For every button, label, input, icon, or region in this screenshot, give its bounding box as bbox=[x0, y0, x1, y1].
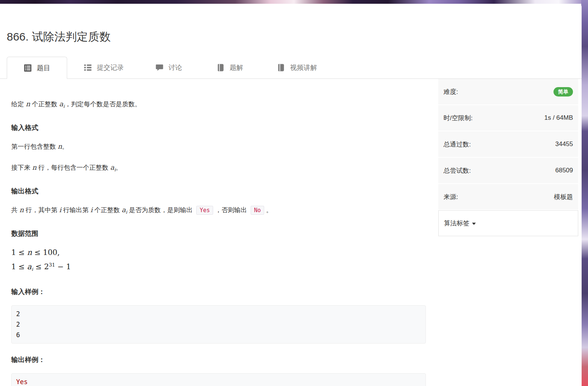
text-run: 个正整数 bbox=[30, 101, 59, 108]
math-text: ≤ 100, bbox=[32, 248, 60, 257]
list-alt-icon bbox=[24, 64, 32, 72]
seg-text: ≤ 2 bbox=[33, 262, 49, 271]
list-icon bbox=[84, 63, 92, 72]
text-run: ，判定每个数是否是质数。 bbox=[65, 101, 141, 108]
sidebar-rows: 难度:简单时/空限制:1s / 64MB总通过数:34455总尝试数:68509… bbox=[438, 79, 578, 210]
tab-submissions[interactable]: 提交记录 bbox=[84, 57, 124, 78]
section-heading: 输入样例： bbox=[11, 287, 426, 297]
seg-text: n bbox=[58, 142, 62, 150]
seg-text: a bbox=[27, 262, 32, 271]
seg-text: 行，其中第 bbox=[24, 207, 59, 214]
algorithm-tags-toggle[interactable]: 算法标签 bbox=[438, 210, 578, 236]
problem-card: 866. 试除法判定质数 题目提交记录讨论题解视频讲解 给定 n 个正整数 ai… bbox=[0, 4, 582, 386]
section-heading: 输出样例： bbox=[11, 355, 426, 365]
sidebar: 难度:简单时/空限制:1s / 64MB总通过数:34455总尝试数:68509… bbox=[438, 79, 578, 236]
seg-text: 。 bbox=[266, 207, 272, 214]
seg-text: ，否则输出 bbox=[215, 207, 249, 214]
problem-body: 给定 n 个正整数 ai，判定每个数是否是质数。输入格式第一行包含整数 n。接下… bbox=[11, 99, 426, 386]
seg-text: − 1 bbox=[55, 262, 71, 271]
text-run: 个正整数 bbox=[93, 207, 122, 214]
seg-text: 行，每行包含一个正整数 bbox=[36, 164, 110, 171]
math-text: 1 ≤ bbox=[11, 248, 27, 257]
section-heading: 数据范围 bbox=[11, 229, 426, 238]
algorithm-tags-label: 算法标签 bbox=[444, 219, 469, 228]
seg-text: a bbox=[59, 100, 63, 108]
math-text: ≤ 2 bbox=[33, 262, 49, 271]
math-line: 1 ≤ ai ≤ 231 − 1 bbox=[11, 259, 426, 276]
row-label: 难度: bbox=[444, 87, 458, 96]
seg-text: Yes bbox=[200, 207, 210, 214]
tab-solutions[interactable]: 题解 bbox=[217, 57, 243, 78]
problem-paragraph: 接下来 n 行，每行包含一个正整数 ai。 bbox=[11, 162, 426, 175]
seg-text: n bbox=[27, 248, 32, 257]
seg-text: 接下来 bbox=[11, 164, 32, 171]
math-variable: n bbox=[20, 206, 24, 214]
seg-text: a bbox=[110, 163, 114, 171]
text-run: ，否则输出 bbox=[215, 207, 249, 214]
seg-text: 。 bbox=[116, 164, 122, 171]
background-wallpaper-right bbox=[581, 0, 588, 386]
sidebar-row-source: 来源:模板题 bbox=[438, 184, 578, 210]
row-label: 总尝试数: bbox=[444, 166, 471, 175]
section-heading: 输入格式 bbox=[11, 123, 426, 133]
tab-video[interactable]: 视频讲解 bbox=[277, 57, 317, 78]
row-value: 1s / 64MB bbox=[544, 114, 573, 122]
text-run: 。 bbox=[266, 207, 272, 214]
math-line: 1 ≤ n ≤ 100, bbox=[11, 246, 426, 259]
seg-text: ，判定每个数是否是质数。 bbox=[65, 101, 141, 108]
row-label: 时/空限制: bbox=[444, 114, 472, 122]
row-value: 34455 bbox=[555, 140, 573, 148]
problem-paragraph: 给定 n 个正整数 ai，判定每个数是否是质数。 bbox=[11, 99, 426, 112]
seg-text: 1 ≤ bbox=[11, 248, 27, 257]
seg-text: 。 bbox=[62, 143, 68, 150]
seg-text: 给定 bbox=[11, 101, 26, 108]
math-variable: ai bbox=[27, 262, 33, 271]
seg-text: a bbox=[122, 206, 126, 214]
math-variable: n bbox=[26, 100, 30, 108]
text-run: 行输出第 bbox=[62, 207, 90, 214]
code-line: Yes bbox=[16, 377, 421, 386]
text-run: 接下来 bbox=[11, 164, 32, 171]
math-variable: n bbox=[27, 248, 32, 257]
book-icon bbox=[277, 63, 285, 72]
background-wallpaper-top bbox=[0, 0, 588, 4]
math-variable: n bbox=[58, 142, 62, 150]
caret-down-icon bbox=[472, 223, 476, 225]
seg-text: 行输出第 bbox=[62, 207, 90, 214]
text-run: 是否为质数，是则输出 bbox=[127, 207, 194, 214]
inline-code: No bbox=[251, 206, 264, 215]
text-run: 行，每行包含一个正整数 bbox=[36, 164, 110, 171]
inline-code: Yes bbox=[196, 206, 213, 215]
seg-text: 1 ≤ bbox=[11, 262, 27, 271]
problem-paragraph: 共 n 行，其中第 i 行输出第 i 个正整数 ai 是否为质数，是则输出 Ye… bbox=[11, 205, 426, 217]
code-line: 6 bbox=[16, 330, 421, 340]
seg-text: No bbox=[254, 207, 261, 214]
seg-text: 共 bbox=[11, 207, 20, 214]
tab-label: 视频讲解 bbox=[290, 63, 317, 72]
text-run: 第一行包含整数 bbox=[11, 143, 58, 150]
seg-text: n bbox=[20, 206, 24, 214]
tab-problem[interactable]: 题目 bbox=[7, 57, 67, 79]
tab-label: 提交记录 bbox=[97, 63, 124, 72]
text-run: 共 bbox=[11, 207, 20, 214]
text-run: 给定 bbox=[11, 101, 26, 108]
seg-text: ≤ 100, bbox=[32, 248, 60, 257]
seg-text: 第一行包含整数 bbox=[11, 143, 58, 150]
seg-text: n bbox=[32, 163, 37, 171]
page-title: 866. 试除法判定质数 bbox=[7, 29, 111, 45]
tab-discussion[interactable]: 讨论 bbox=[155, 57, 182, 78]
sidebar-row-limits: 时/空限制:1s / 64MB bbox=[438, 105, 578, 131]
sidebar-row-attempts: 总尝试数:68509 bbox=[438, 158, 578, 183]
comment-icon bbox=[155, 63, 164, 72]
sample-code-block: YesNo bbox=[11, 373, 426, 386]
sidebar-row-difficulty: 难度:简单 bbox=[438, 79, 578, 104]
seg-text: 31 bbox=[49, 262, 55, 268]
math-block: 1 ≤ n ≤ 100,1 ≤ ai ≤ 231 − 1 bbox=[11, 246, 426, 276]
text-run: 行，其中第 bbox=[24, 207, 59, 214]
sample-code-block: 226 bbox=[11, 305, 426, 344]
seg-text: 是否为质数，是则输出 bbox=[127, 207, 194, 214]
difficulty-badge: 简单 bbox=[553, 87, 573, 96]
seg-text: 个正整数 bbox=[30, 101, 59, 108]
problem-paragraph: 第一行包含整数 n。 bbox=[11, 141, 426, 152]
sidebar-row-accepted: 总通过数:34455 bbox=[438, 131, 578, 157]
